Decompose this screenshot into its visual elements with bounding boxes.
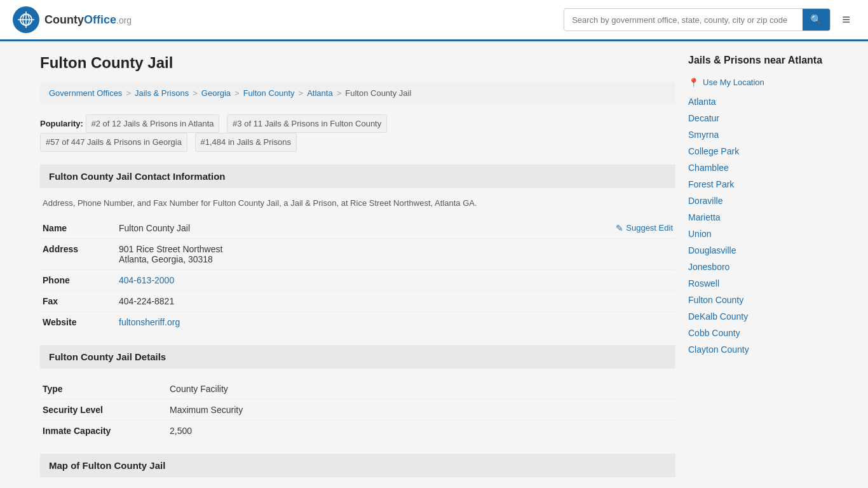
popularity-rank2: #3 of 11 Jails & Prisons in Fulton Count… [227,114,387,133]
logo-icon [13,6,39,33]
sidebar-link-decatur-anchor[interactable]: Decatur [688,113,719,123]
address-value: 901 Rice Street Northwest Atlanta, Georg… [116,238,675,269]
website-label: Website [40,311,116,332]
name-label: Name [40,218,116,239]
breadcrumb-gov-offices[interactable]: Government Offices [49,88,122,98]
contact-name-row: Name Fulton County Jail ✎ Suggest Edit [40,218,675,239]
website-link[interactable]: fultonsheriff.org [119,317,180,327]
security-value: Maximum Security [167,399,675,420]
search-button[interactable]: 🔍 [803,9,830,30]
logo-area: CountyOffice.org [13,6,132,33]
page-title: Fulton County Jail [40,54,675,72]
main-content: Fulton County Jail Government Offices > … [40,54,675,488]
sidebar-link-union: Union [688,229,828,239]
breadcrumb-jails-prisons[interactable]: Jails & Prisons [135,88,189,98]
fax-label: Fax [40,290,116,311]
sidebar-link-atlanta: Atlanta [688,97,828,107]
security-label: Security Level [40,399,167,420]
contact-phone-row: Phone 404-613-2000 [40,269,675,290]
sidebar-link-smyrna-anchor[interactable]: Smyrna [688,130,719,140]
use-my-location-link[interactable]: Use My Location [703,78,764,87]
sidebar-link-dekalb-county-anchor[interactable]: DeKalb County [688,311,748,322]
breadcrumb-atlanta[interactable]: Atlanta [307,88,332,98]
sidebar-link-marietta-anchor[interactable]: Marietta [688,212,721,222]
suggest-edit-icon: ✎ [616,223,623,233]
breadcrumb-sep-4: > [299,88,304,98]
fax-value: 404-224-8821 [116,290,675,311]
search-bar: 🔍 [564,8,831,31]
contact-section-header: Fulton County Jail Contact Information [40,165,675,188]
contact-description: Address, Phone Number, and Fax Number fo… [40,198,675,208]
sidebar-link-jonesboro-anchor[interactable]: Jonesboro [688,262,729,272]
breadcrumb-sep-3: > [234,88,240,98]
sidebar-link-smyrna: Smyrna [688,130,828,140]
sidebar-link-cobb-county: Cobb County [688,328,828,338]
breadcrumb: Government Offices > Jails & Prisons > G… [40,82,675,104]
sidebar-link-marietta: Marietta [688,212,828,222]
sidebar-link-roswell: Roswell [688,278,828,288]
sidebar-link-chamblee: Chamblee [688,163,828,173]
popularity-rank1: #2 of 12 Jails & Prisons in Atlanta [86,114,220,133]
sidebar-link-atlanta-anchor[interactable]: Atlanta [688,97,716,107]
sidebar-link-college-park-anchor[interactable]: College Park [688,146,739,156]
search-icon: 🔍 [810,14,822,25]
details-section-header: Fulton County Jail Details [40,345,675,369]
phone-value: 404-613-2000 [116,269,675,290]
type-label: Type [40,379,167,400]
sidebar-link-decatur: Decatur [688,113,828,123]
website-value: fultonsheriff.org [116,311,675,332]
sidebar-location: 📍 Use My Location [688,78,828,88]
sidebar: Jails & Prisons near Atlanta 📍 Use My Lo… [688,54,828,488]
address-label: Address [40,238,116,269]
contact-address-row: Address 901 Rice Street Northwest Atlant… [40,238,675,269]
breadcrumb-sep-1: > [126,88,131,98]
main-container: Fulton County Jail Government Offices > … [27,41,841,488]
sidebar-link-dekalb-county: DeKalb County [688,311,828,322]
sidebar-link-clayton-county: Clayton County [688,344,828,355]
popularity-section: Popularity: #2 of 12 Jails & Prisons in … [40,114,675,152]
contact-website-row: Website fultonsheriff.org [40,311,675,332]
sidebar-link-douglasville-anchor[interactable]: Douglasville [688,245,736,255]
sidebar-link-douglasville: Douglasville [688,245,828,255]
popularity-rank4: #1,484 in Jails & Prisons [195,133,297,151]
type-value: County Facility [167,379,675,400]
suggest-edit-link[interactable]: ✎ Suggest Edit [616,223,673,233]
sidebar-link-union-anchor[interactable]: Union [688,229,712,239]
sidebar-link-jonesboro: Jonesboro [688,262,828,272]
details-security-row: Security Level Maximum Security [40,399,675,420]
header-right: 🔍 ≡ [564,8,855,31]
breadcrumb-sep-5: > [337,88,342,98]
contact-table: Name Fulton County Jail ✎ Suggest Edit A… [40,218,675,332]
details-table: Type County Facility Security Level Maxi… [40,379,675,441]
site-header: CountyOffice.org 🔍 ≡ [0,0,868,41]
sidebar-link-college-park: College Park [688,146,828,156]
sidebar-link-fulton-county-anchor[interactable]: Fulton County [688,295,743,305]
logo-text: CountyOffice.org [44,13,132,27]
sidebar-link-cobb-county-anchor[interactable]: Cobb County [688,328,740,338]
sidebar-link-doraville: Doraville [688,196,828,206]
sidebar-link-forest-park: Forest Park [688,179,828,189]
contact-fax-row: Fax 404-224-8821 [40,290,675,311]
breadcrumb-georgia[interactable]: Georgia [201,88,231,98]
breadcrumb-sep-2: > [193,88,198,98]
pin-icon: 📍 [688,78,699,88]
menu-button[interactable]: ≡ [837,9,855,30]
breadcrumb-current: Fulton County Jail [345,88,411,98]
sidebar-title: Jails & Prisons near Atlanta [688,54,828,67]
sidebar-link-doraville-anchor[interactable]: Doraville [688,196,722,206]
capacity-label: Inmate Capacity [40,420,167,441]
phone-link[interactable]: 404-613-2000 [119,275,174,285]
sidebar-link-roswell-anchor[interactable]: Roswell [688,278,719,288]
popularity-rank3: #57 of 447 Jails & Prisons in Georgia [40,133,187,151]
sidebar-link-clayton-county-anchor[interactable]: Clayton County [688,344,749,355]
sidebar-links-list: Atlanta Decatur Smyrna College Park Cham… [688,97,828,355]
search-input[interactable] [564,10,803,30]
breadcrumb-fulton-county[interactable]: Fulton County [243,88,295,98]
name-value: Fulton County Jail ✎ Suggest Edit [116,218,675,239]
phone-label: Phone [40,269,116,290]
sidebar-link-chamblee-anchor[interactable]: Chamblee [688,163,729,173]
popularity-label: Popularity: [40,119,83,128]
map-section-header: Map of Fulton County Jail [40,454,675,477]
sidebar-link-forest-park-anchor[interactable]: Forest Park [688,179,734,189]
details-type-row: Type County Facility [40,379,675,400]
